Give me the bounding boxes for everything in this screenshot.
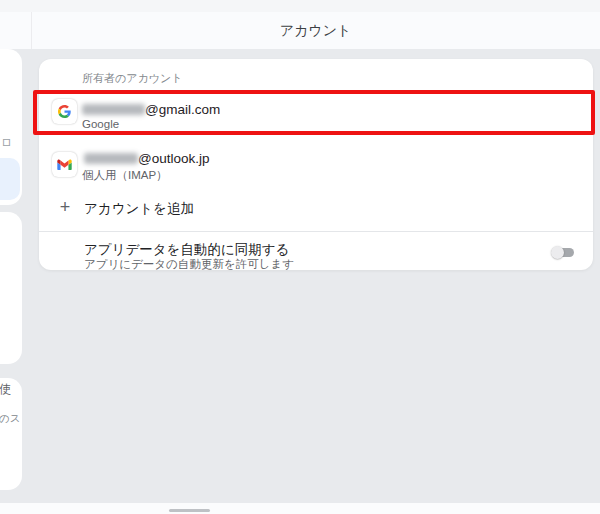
card-divider [39, 231, 593, 232]
settings-screen: アカウント ロ 使 のス 所有者のアカウント @gmail.com Google [0, 0, 600, 514]
sidebar-item-fragment: ロ [1, 135, 12, 150]
auto-sync-toggle[interactable] [551, 245, 575, 259]
gmail-m-icon [52, 152, 77, 177]
account-provider: 個人用（IMAP） [82, 168, 168, 183]
account-email-domain: @outlook.jp [138, 151, 210, 166]
status-bar [0, 0, 600, 12]
toggle-thumb [551, 246, 564, 259]
annotation-highlight-box [33, 90, 595, 135]
gesture-bar [0, 503, 600, 514]
auto-sync-subtitle: アプリにデータの自動更新を許可します [84, 257, 294, 272]
add-account-label: アカウントを追加 [84, 200, 194, 218]
page-title: アカウント [31, 12, 600, 49]
section-label: 所有者のアカウント [82, 71, 183, 86]
blurred-username [84, 153, 138, 164]
sidebar-item-fragment: 使 [0, 381, 11, 398]
plus-icon: + [55, 197, 75, 217]
sidebar-panel-middle [0, 212, 22, 364]
gesture-handle[interactable] [169, 509, 210, 512]
sidebar-selected-item-highlight[interactable] [0, 158, 20, 200]
sidebar-item-fragment: のス [0, 412, 21, 426]
